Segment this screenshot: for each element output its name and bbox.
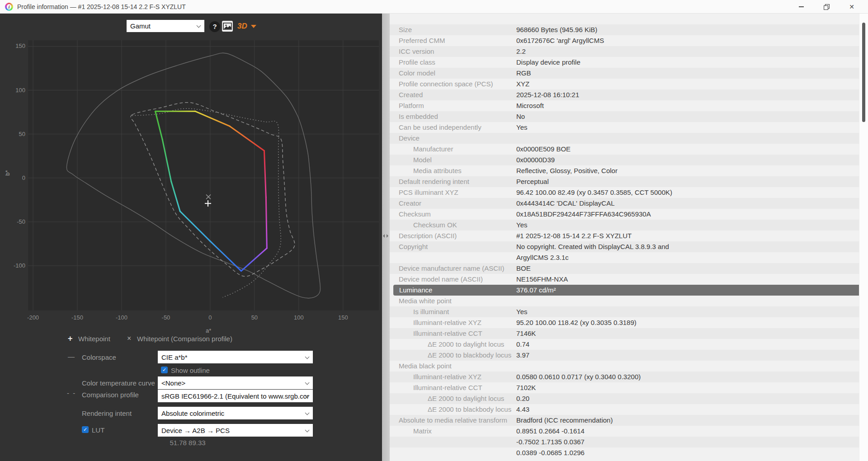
help-button[interactable]: ? [209,21,220,32]
row-label: ΔE 2000 to daylight locus [390,340,504,348]
lut-value: Device → A2B → PCS [161,427,230,434]
row-value: 0.0389 -0.0685 1.0296 [516,447,585,458]
table-row[interactable]: Is embeddedNo [390,111,859,122]
row-value: -0.7502 1.7135 0.0367 [516,437,585,447]
table-row[interactable]: Matrix0.8951 0.2664 -0.1614 [390,426,859,437]
table-row[interactable]: -0.7502 1.7135 0.0367 [390,437,859,447]
row-value: 4.43 [516,404,529,415]
x-tick-label: 150 [338,314,348,321]
row-label: Profile class [390,58,435,66]
comparison-profile-select[interactable]: sRGB IEC61966-2.1 (Equivalent to www.srg… [158,390,313,402]
minimize-button[interactable] [791,0,811,14]
profile-gamut-edge [266,197,267,248]
scrollbar-thumb[interactable] [862,23,865,122]
plot-type-select[interactable]: Gamut [127,20,204,32]
y-tick-label: 50 [19,131,25,137]
y-tick-label: 0 [22,174,25,181]
color-temperature-curve-select[interactable]: <None> [158,376,313,389]
row-label: Is embedded [390,113,438,120]
row-label: Preferred CMM [390,37,445,44]
x-tick-label: 100 [294,314,304,321]
table-row[interactable]: Can be used independentlyYes [390,122,859,133]
save-image-button[interactable] [222,21,233,32]
colorspace-value: CIE a*b* [161,353,188,361]
row-value: 0x0000E509 BOE [516,144,571,155]
table-row[interactable]: ΔE 2000 to daylight locus0.74 [390,339,859,350]
table-row[interactable]: Manufacturer0x0000E509 BOE [390,144,859,155]
rendering-intent-value: Absolute colorimetric [161,409,224,417]
close-button[interactable]: ✕ [841,0,862,14]
table-row[interactable]: Color modelRGB [390,68,859,79]
row-label [390,449,413,456]
table-row[interactable]: Checksum0x18A51BDF294244F73FFFA634C96593… [390,209,859,220]
x-axis-label: a* [206,327,211,334]
table-row[interactable]: Illuminant-relative CCT7146K [390,328,859,339]
row-value: 2.2 [516,46,526,57]
table-row[interactable]: Illuminant-relative XYZ95.20 100.00 118.… [390,317,859,328]
table-row-selected[interactable]: Luminance376.07 cd/m² [393,285,859,296]
table-row[interactable]: Media black point [390,361,859,372]
check-icon: ✓ [83,427,87,432]
row-value: ArgyllCMS 2.3.1c [516,252,569,263]
table-row[interactable]: Profile classDisplay device profile [390,57,859,68]
chevron-down-icon [305,381,310,385]
show-outline-checkbox[interactable]: ✓ [161,367,168,373]
colorspace-label: Colorspace [82,353,116,361]
row-label: Device [390,134,420,142]
table-row[interactable]: Preferred CMM0x6172676C 'argl' ArgyllCMS [390,35,859,46]
lut-checkbox[interactable]: ✓ [82,426,89,433]
table-row[interactable]: Checksum OKYes [390,220,859,230]
table-row[interactable]: PlatformMicrosoft [390,100,859,111]
table-row[interactable]: Media white point [390,296,859,306]
comparison-profile-label: Comparison profile [82,391,139,399]
table-row[interactable]: 0.0389 -0.0685 1.0296 [390,447,859,458]
table-row[interactable]: Device [390,133,859,144]
table-row[interactable]: Created2025-12-08 16:10:21 [390,89,859,100]
row-label: Absolute to media relative transform [390,416,507,424]
table-row[interactable]: Model0x00000D39 [390,155,859,165]
comparison-whitepoint-legend-label: Whitepoint (Comparison profile) [137,335,232,343]
row-label: Default rendering intent [390,178,469,185]
vertical-scrollbar[interactable] [859,14,868,461]
colorspace-select[interactable]: CIE a*b* [158,351,313,363]
row-value: NE156FHM-NXA [516,274,568,285]
maximize-button[interactable] [816,0,837,14]
gamut-plot[interactable]: -200-150-100-50050100150150100500-50-100 [14,38,382,325]
table-row[interactable]: CopyrightNo copyright. Created with Disp… [390,241,859,252]
table-row[interactable]: Default rendering intentPerceptual [390,176,859,187]
image-icon [222,21,233,32]
solid-line-icon: — [68,353,75,360]
table-row[interactable]: Profile connection space (PCS)XYZ [390,79,859,89]
row-label: Platform [390,102,424,109]
panel-splitter[interactable] [382,14,390,461]
table-row[interactable]: ICC version2.2 [390,46,859,57]
rendering-intent-select[interactable]: Absolute colorimetric [158,407,313,419]
table-row[interactable]: Absolute to media relative transformBrad… [390,415,859,426]
close-icon: ✕ [849,4,854,10]
table-row[interactable]: Device manufacturer name (ASCII)BOE [390,263,859,274]
table-row[interactable]: ΔE 2000 to daylight locus0.20 [390,393,859,404]
table-row[interactable]: Illuminant-relative CCT7102K [390,382,859,393]
table-row[interactable]: Is illuminantYes [390,306,859,317]
table-row[interactable]: Creator0x4443414C 'DCAL' DisplayCAL [390,198,859,209]
table-row[interactable]: Size968660 Bytes (945.96 KiB) [390,24,859,35]
y-tick-label: -50 [17,218,25,225]
row-label: Illuminant-relative XYZ [390,319,481,326]
row-value: Yes [516,306,527,317]
lut-select[interactable]: Device → A2B → PCS [158,424,313,437]
table-row[interactable]: Illuminant-relative XYZ0.0580 0.0610 0.0… [390,372,859,382]
splitter-grip-icon [383,234,388,238]
color-temperature-curve-label: Color temperature curve [82,379,155,387]
table-row[interactable]: Device model name (ASCII)NE156FHM-NXA [390,274,859,285]
3d-view-button[interactable]: 3D [237,21,256,32]
table-row[interactable]: ΔE 2000 to blackbody locus3.97 [390,350,859,361]
row-label: Description (ASCII) [390,232,457,240]
table-row[interactable]: PCS illuminant XYZ96.42 100.00 82.49 (xy… [390,187,859,198]
table-row[interactable]: Media attributesReflective, Glossy, Posi… [390,165,859,176]
row-value: 7146K [516,328,536,339]
table-row[interactable]: ArgyllCMS 2.3.1c [390,252,859,263]
row-value: Microsoft [516,100,544,111]
x-tick-label: -100 [116,314,127,321]
table-row[interactable]: Description (ASCII)#1 2025-12-08 15-14 2… [390,230,859,241]
table-row[interactable]: ΔE 2000 to blackbody locus4.43 [390,404,859,415]
